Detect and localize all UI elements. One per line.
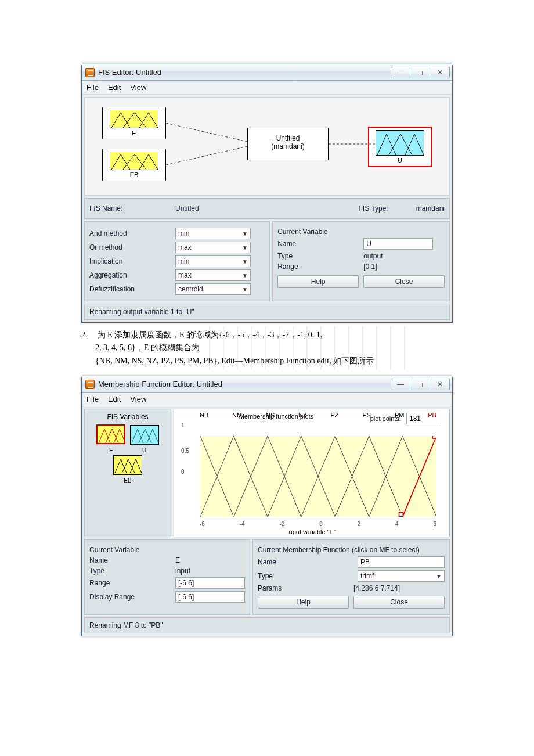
- curmf-type-select[interactable]: trimf▼: [358, 570, 445, 582]
- chevron-down-icon: ▼: [242, 258, 248, 265]
- system-box[interactable]: Untitled (mamdani): [247, 128, 329, 160]
- defuzz-value: centroid: [178, 285, 203, 293]
- curvar-drange-input[interactable]: [-6 6]: [175, 591, 245, 603]
- system-name: Untitled: [248, 134, 328, 142]
- help-button[interactable]: Help: [258, 596, 349, 609]
- curmf-header: Current Membership Function (click on MF…: [258, 546, 445, 554]
- chevron-down-icon: ▼: [242, 286, 248, 293]
- fis-name-panel: FIS Name: Untitled FIS Type: mamdani: [84, 198, 450, 219]
- aggregation-value: max: [178, 271, 192, 279]
- step-line1: 为 E 添加隶属度函数，E 的论域为{-6，-5，-4，-3，-2，-1, 0,…: [98, 330, 323, 339]
- input-var-e[interactable]: E: [102, 107, 166, 139]
- defuzz-label: Defuzzification: [89, 285, 171, 293]
- titlebar[interactable]: FIS Editor: Untitled — ◻ ✕: [82, 64, 452, 81]
- or-method-label: Or method: [89, 243, 171, 251]
- or-method-select[interactable]: max▼: [175, 242, 251, 253]
- menubar: File Edit View: [82, 393, 452, 406]
- system-type: (mamdani): [248, 142, 328, 150]
- output-var-u[interactable]: U: [368, 127, 432, 167]
- defuzz-select[interactable]: centroid▼: [175, 283, 251, 295]
- chevron-down-icon: ▼: [242, 272, 248, 279]
- aggregation-select[interactable]: max▼: [175, 269, 251, 281]
- menu-edit[interactable]: Edit: [108, 395, 121, 404]
- var-thumb-label: EB: [112, 477, 143, 484]
- curvar-range-label: Range: [277, 262, 359, 271]
- window-title: Membership Function Editor: Untitled: [98, 380, 391, 388]
- menu-view[interactable]: View: [130, 395, 146, 404]
- and-method-value: min: [178, 229, 189, 237]
- var-thumb-label: E: [95, 447, 127, 453]
- fis-name-value: Untitled: [175, 204, 199, 213]
- mf-label: NB: [200, 412, 208, 419]
- step-number: 2.: [81, 329, 95, 341]
- help-button[interactable]: Help: [277, 275, 359, 288]
- implication-label: Implication: [89, 257, 171, 265]
- menu-file[interactable]: File: [86, 395, 99, 404]
- var-thumb-eb[interactable]: EB: [112, 454, 143, 484]
- curvar-name-label: Name: [89, 556, 171, 564]
- svg-rect-1: [399, 512, 403, 517]
- status-bar: Renaming output variable 1 to "U": [84, 304, 450, 320]
- curvar-range-value: [0 1]: [363, 262, 377, 271]
- curmf-name-input[interactable]: PB: [358, 556, 445, 568]
- close-button[interactable]: Close: [363, 275, 445, 288]
- mf-label: PS: [362, 412, 371, 419]
- maximize-button[interactable]: ◻: [410, 67, 430, 78]
- titlebar[interactable]: Membership Function Editor: Untitled — ◻…: [82, 376, 452, 393]
- curmf-params-value: [4.286 6 7.714]: [309, 584, 445, 592]
- curvar-name-input[interactable]: U: [363, 238, 433, 250]
- mfe-curvar-panel: Current Variable Name E Type input Range…: [84, 539, 250, 615]
- menubar: File Edit View: [82, 81, 452, 95]
- close-button[interactable]: Close: [353, 596, 445, 609]
- mf-thumb-icon: [110, 110, 158, 128]
- curvar-type-value: input: [175, 567, 190, 575]
- mf-label: PM: [395, 412, 405, 419]
- aggregation-label: Aggregation: [89, 271, 171, 279]
- curvar-header: Current Variable: [89, 546, 245, 554]
- menu-file[interactable]: File: [86, 83, 99, 92]
- minimize-button[interactable]: —: [391, 379, 410, 390]
- fis-type-label: FIS Type:: [359, 204, 388, 213]
- or-method-value: max: [178, 243, 192, 251]
- chevron-down-icon: ▼: [436, 573, 442, 579]
- mf-curve-labels: NB NM NS NZ PZ PS PM PB: [200, 412, 436, 419]
- close-window-button[interactable]: ✕: [430, 67, 450, 78]
- curmf-name-label: Name: [258, 558, 304, 566]
- plot-xlabel: input variable "E": [176, 528, 447, 535]
- mf-label-selected: PB: [428, 412, 436, 419]
- close-window-button[interactable]: ✕: [430, 379, 450, 390]
- var-thumb-u[interactable]: U: [129, 424, 160, 453]
- minimize-button[interactable]: —: [391, 67, 410, 78]
- window-title: FIS Editor: Untitled: [98, 68, 391, 77]
- mf-plot-panel: Membership function plots plot points: 1…: [174, 409, 450, 537]
- chevron-down-icon: ▼: [242, 231, 248, 237]
- curvar-range-input[interactable]: [-6 6]: [175, 577, 245, 589]
- fis-name-label: FIS Name:: [89, 204, 171, 213]
- fis-variables-panel: FIS Variables E U EB: [84, 409, 171, 537]
- var-thumb-e[interactable]: E: [95, 423, 127, 453]
- var-thumb-label: U: [129, 447, 160, 453]
- fis-type-value: mamdani: [416, 204, 445, 213]
- status-bar: Renaming MF 8 to "PB": [84, 617, 450, 633]
- app-icon: [85, 68, 95, 77]
- mf-label: PZ: [331, 412, 339, 419]
- implication-value: min: [178, 257, 189, 265]
- maximize-button[interactable]: ◻: [410, 379, 430, 390]
- curmf-params-label: Params: [258, 584, 304, 592]
- implication-select[interactable]: min▼: [175, 255, 251, 267]
- and-method-select[interactable]: min▼: [175, 228, 251, 239]
- mf-label: NM: [232, 412, 242, 419]
- mf-editor-window: Membership Function Editor: Untitled — ◻…: [81, 376, 453, 636]
- menu-edit[interactable]: Edit: [108, 83, 121, 92]
- fis-variables-header: FIS Variables: [89, 413, 166, 421]
- system-canvas[interactable]: E EB Untitled (mamdani) U: [84, 97, 450, 196]
- mf-plot-area[interactable]: [200, 436, 436, 517]
- curvar-type-label: Type: [89, 567, 171, 575]
- curvar-name-value: U: [366, 240, 371, 248]
- app-icon: [85, 380, 95, 389]
- curvar-name-value: E: [175, 556, 180, 564]
- y-ticks: 1 0.5 0: [181, 422, 189, 475]
- menu-view[interactable]: View: [130, 83, 146, 92]
- step-line3: {NB, NM, NS, NZ, PZ, PS, PM, PB}, Edit—M…: [95, 357, 374, 365]
- input-var-eb[interactable]: EB: [102, 149, 166, 181]
